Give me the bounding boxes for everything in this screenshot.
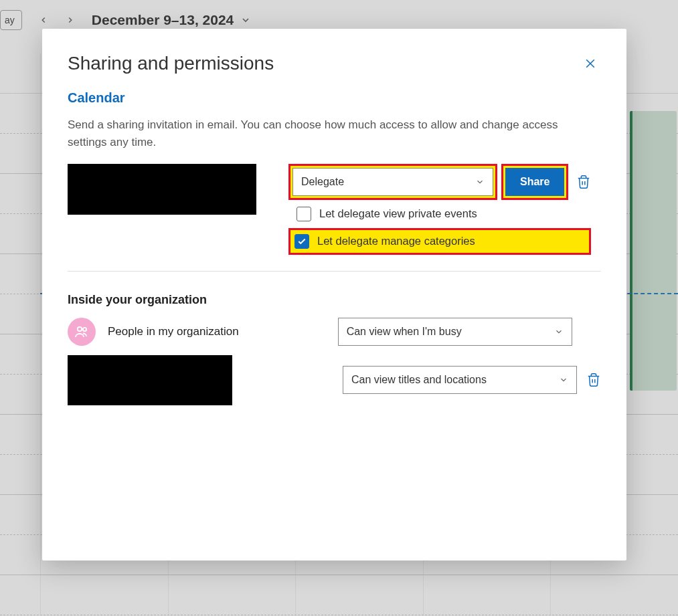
- remove-org-user-button[interactable]: [586, 373, 601, 387]
- org-people-permission-value: Can view when I'm busy: [347, 326, 462, 338]
- org-people-avatar: [68, 318, 96, 346]
- trash-icon: [576, 175, 591, 189]
- manage-categories-label: Let delegate manage categories: [317, 235, 475, 247]
- highlight-categories-checkbox: Let delegate manage categories: [288, 228, 591, 255]
- permission-select-value: Delegate: [301, 176, 344, 188]
- permission-level-select[interactable]: Delegate: [292, 168, 493, 196]
- calendar-section-link[interactable]: Calendar: [68, 90, 601, 106]
- svg-point-2: [78, 326, 82, 330]
- private-events-label: Let delegate view private events: [319, 207, 477, 220]
- sharing-description: Send a sharing invitation in email. You …: [68, 116, 596, 152]
- highlight-permission-select: Delegate: [288, 164, 497, 200]
- highlight-share-button: Share: [501, 164, 568, 200]
- manage-categories-checkbox[interactable]: [294, 234, 309, 249]
- org-user-redacted[interactable]: [68, 355, 232, 405]
- close-button[interactable]: [580, 53, 601, 74]
- people-icon: [74, 324, 90, 340]
- org-user-permission-value: Can view titles and locations: [351, 374, 487, 386]
- checkmark-icon: [297, 237, 307, 246]
- close-icon: [584, 57, 597, 70]
- sharing-permissions-modal: Sharing and permissions Calendar Send a …: [42, 29, 626, 560]
- person-picker-redacted[interactable]: [68, 164, 256, 215]
- modal-title: Sharing and permissions: [68, 53, 274, 74]
- chevron-down-icon: [554, 327, 564, 336]
- trash-icon: [586, 373, 601, 387]
- org-people-label: People in my organization: [108, 325, 239, 338]
- org-section-heading: Inside your organization: [68, 293, 601, 307]
- chevron-down-icon: [475, 177, 485, 187]
- share-button[interactable]: Share: [505, 168, 564, 196]
- org-people-permission-select[interactable]: Can view when I'm busy: [338, 318, 572, 346]
- private-events-checkbox[interactable]: [296, 207, 311, 221]
- svg-point-3: [83, 328, 86, 331]
- org-user-permission-select[interactable]: Can view titles and locations: [343, 366, 577, 394]
- section-divider: [68, 271, 601, 272]
- remove-person-button[interactable]: [576, 175, 591, 189]
- chevron-down-icon: [559, 375, 568, 385]
